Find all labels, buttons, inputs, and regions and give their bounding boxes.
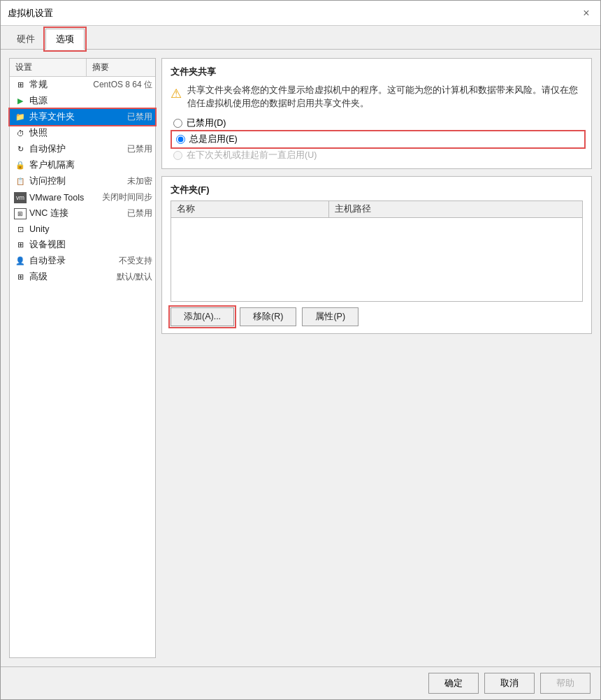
warning-text: 共享文件夹会将您的文件显示给虚拟机中的程序。这可能为您的计算机和数据带来风险。请…	[187, 84, 583, 110]
col-summary: 摘要	[87, 59, 115, 76]
radio-poweroff-label: 在下次关机或挂起前一直启用(U)	[187, 150, 317, 161]
auto-login-icon: 👤	[14, 256, 27, 267]
cancel-button[interactable]: 取消	[484, 673, 535, 694]
properties-button[interactable]: 属性(P)	[302, 307, 359, 326]
warning-box: ⚠ 共享文件夹会将您的文件显示给虚拟机中的程序。这可能为您的计算机和数据带来风险…	[171, 84, 583, 110]
dialog: 虚拟机设置 × 硬件 选项 设置 摘要 ⊞ 常规 CentOS 8 64 位	[0, 0, 601, 700]
vmware-tools-icon: vm	[14, 192, 27, 203]
shared-folder-icon: 📁	[14, 112, 27, 123]
folder-table: 名称 主机路径	[171, 200, 583, 302]
unity-icon: ⊡	[14, 224, 27, 235]
radio-disabled[interactable]: 已禁用(D)	[173, 117, 583, 129]
access-control-icon: 📋	[14, 176, 27, 187]
title-bar: 虚拟机设置 ×	[1, 1, 600, 26]
sidebar-item-auto-login[interactable]: 👤 自动登录 不受支持	[10, 253, 155, 269]
snapshot-icon: ⏱	[14, 128, 27, 139]
radio-group: 已禁用(D) 总是启用(E) 在下次关机或挂起前一直启用(U)	[173, 117, 583, 161]
tab-hardware[interactable]: 硬件	[6, 29, 45, 49]
sidebar-item-shared-folder[interactable]: 📁 共享文件夹 已禁用	[10, 109, 155, 125]
sidebar-item-vnc[interactable]: ⊞ VNC 连接 已禁用	[10, 205, 155, 221]
folder-sharing-title: 文件夹共享	[171, 66, 583, 78]
help-button[interactable]: 帮助	[540, 673, 591, 694]
general-icon: ⊞	[14, 80, 27, 91]
col-settings: 设置	[10, 59, 87, 76]
warning-icon: ⚠	[171, 85, 182, 110]
col-name: 名称	[171, 200, 329, 217]
sidebar-item-unity[interactable]: ⊡ Unity	[10, 221, 155, 237]
left-panel: 设置 摘要 ⊞ 常规 CentOS 8 64 位 ▶ 电源 📁 共享文件夹 已禁…	[9, 58, 156, 658]
radio-always-on-label: 总是启用(E)	[189, 133, 238, 145]
content-area: 设置 摘要 ⊞ 常规 CentOS 8 64 位 ▶ 电源 📁 共享文件夹 已禁…	[1, 50, 600, 666]
sidebar-item-isolation[interactable]: 🔒 客户机隔离	[10, 157, 155, 173]
remove-button[interactable]: 移除(R)	[240, 307, 296, 326]
power-icon: ▶	[14, 96, 27, 107]
folder-buttons: 添加(A)... 移除(R) 属性(P)	[171, 307, 583, 326]
sidebar-item-general[interactable]: ⊞ 常规 CentOS 8 64 位	[10, 77, 155, 93]
sidebar-item-device-view[interactable]: ⊞ 设备视图	[10, 237, 155, 253]
radio-disabled-label: 已禁用(D)	[187, 117, 226, 129]
sidebar-item-vmware-tools[interactable]: vm VMware Tools 关闭时间同步	[10, 189, 155, 205]
col-host-path: 主机路径	[329, 200, 583, 217]
bottom-bar: 确定 取消 帮助	[1, 666, 600, 699]
folder-table-body	[171, 217, 583, 301]
tab-bar: 硬件 选项	[1, 26, 600, 50]
sidebar-item-power[interactable]: ▶ 电源	[10, 93, 155, 109]
sidebar-item-access-control[interactable]: 📋 访问控制 未加密	[10, 173, 155, 189]
vnc-icon: ⊞	[14, 208, 27, 219]
device-view-icon: ⊞	[14, 240, 27, 251]
folder-sharing-section: 文件夹共享 ⚠ 共享文件夹会将您的文件显示给虚拟机中的程序。这可能为您的计算机和…	[161, 58, 592, 169]
left-panel-header: 设置 摘要	[10, 59, 155, 77]
sidebar-item-snapshot[interactable]: ⏱ 快照	[10, 125, 155, 141]
add-button[interactable]: 添加(A)...	[171, 307, 234, 326]
sidebar-item-auto-protect[interactable]: ↻ 自动保护 已禁用	[10, 141, 155, 157]
tab-options[interactable]: 选项	[45, 29, 85, 50]
confirm-button[interactable]: 确定	[428, 673, 479, 694]
radio-until-poweroff[interactable]: 在下次关机或挂起前一直启用(U)	[173, 150, 583, 161]
close-button[interactable]: ×	[579, 6, 593, 20]
dialog-title: 虚拟机设置	[8, 7, 53, 20]
folder-table-section: 文件夹(F) 名称 主机路径 添加(A)..	[161, 176, 592, 334]
isolation-icon: 🔒	[14, 160, 27, 171]
radio-always-on[interactable]: 总是启用(E)	[173, 133, 583, 146]
folder-section-title: 文件夹(F)	[171, 184, 583, 196]
empty-row	[171, 217, 583, 301]
advanced-icon: ⊞	[14, 272, 27, 283]
right-panel: 文件夹共享 ⚠ 共享文件夹会将您的文件显示给虚拟机中的程序。这可能为您的计算机和…	[161, 58, 592, 658]
sidebar-item-advanced[interactable]: ⊞ 高级 默认/默认	[10, 269, 155, 285]
auto-protect-icon: ↻	[14, 144, 27, 155]
